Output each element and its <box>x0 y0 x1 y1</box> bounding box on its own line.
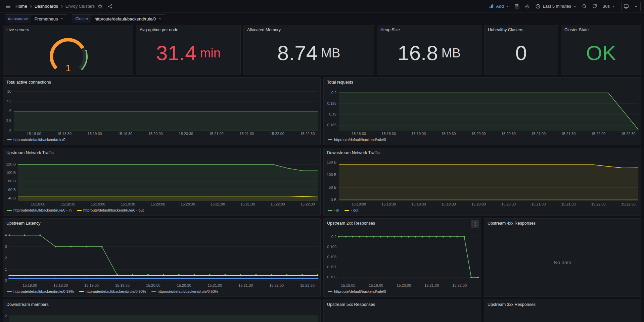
svg-text:40 B: 40 B <box>8 196 16 200</box>
panel-menu-button[interactable] <box>471 220 479 228</box>
upstream-2xx-responses-chart: 0.1960.1970.1980.1990.215:18:0015:19:001… <box>324 228 481 288</box>
time-range-picker[interactable]: Last 5 minutes <box>533 2 579 11</box>
stat-number: 16.8 <box>398 43 438 63</box>
variable-datasource-picker[interactable]: Prometheus <box>31 14 67 23</box>
svg-text:15:20:30: 15:20:30 <box>177 283 191 287</box>
panel-title: Total requests <box>327 80 353 85</box>
svg-text:15:20:00: 15:20:00 <box>471 132 486 136</box>
panel-upstream-2xx-responses: Upstream 2xx Responses 0.1960.1970.1980.… <box>323 218 481 297</box>
panel-header[interactable]: Upstream Network Traffic <box>3 148 320 157</box>
kebab-menu-icon <box>473 222 477 226</box>
svg-text:15:18:00: 15:18:00 <box>27 132 41 136</box>
panel-header[interactable]: Total active connections <box>3 78 320 87</box>
panel-header[interactable]: Unhealthy Clusters <box>485 25 558 35</box>
panel-header[interactable]: Live servers <box>3 25 133 35</box>
panel-downstream-network-traffic: Downstream Network Traffic 0 B50 B100 B1… <box>323 148 641 216</box>
svg-text:15:21:00: 15:21:00 <box>211 202 225 206</box>
legend-item[interactable]: httproute/default/backend/rule/0 - in <box>7 208 72 212</box>
svg-text:15:20:00: 15:20:00 <box>146 283 160 287</box>
svg-text:15:20:30: 15:20:30 <box>179 132 193 136</box>
variable-datasource: datasource Prometheus <box>5 14 67 23</box>
save-dashboard-button[interactable] <box>512 2 522 11</box>
svg-text:15:22:30: 15:22:30 <box>621 132 636 136</box>
panel-header[interactable]: Upstream 5xx Responses <box>324 300 481 309</box>
panel-total-requests: Total requests 0.1850.190.1950.215:18:00… <box>323 77 641 145</box>
panel-title: Upstream 3xx Responses <box>488 302 536 307</box>
svg-text:0: 0 <box>5 278 7 282</box>
panel-title: Total active connections <box>6 80 51 85</box>
panel-title: Live servers <box>6 28 29 32</box>
dashboard-row-4: Upstream Latency 0123415:18:0015:18:3015… <box>3 218 641 297</box>
gear-icon <box>524 4 530 9</box>
panel-header[interactable]: Upstream 2xx Responses <box>324 219 481 228</box>
chevron-down-icon <box>60 17 64 20</box>
collapse-toolbar-button[interactable] <box>631 2 640 11</box>
legend-item[interactable]: httproute/default/backend/rule/0 - out <box>77 208 144 212</box>
panel-title: Cluster State <box>564 28 589 32</box>
add-label: Add <box>496 4 504 9</box>
variable-cluster-picker[interactable]: httproute/default/backend/rule/0 <box>91 14 165 23</box>
svg-text:15:19:00: 15:19:00 <box>84 283 99 287</box>
panel-header[interactable]: Downstream members <box>3 300 320 309</box>
star-dashboard-button[interactable] <box>95 2 105 11</box>
zoom-out-time-button[interactable] <box>580 2 589 11</box>
panel-header[interactable]: Allocated Memory <box>244 25 374 35</box>
breadcrumb-dashboards[interactable]: Dashboards <box>35 4 58 9</box>
dashboard-settings-button[interactable] <box>522 2 532 11</box>
zoom-out-icon <box>582 4 587 9</box>
upstream-latency-chart: 0123415:18:0015:18:3015:19:0015:19:3015:… <box>3 228 320 288</box>
svg-text:15:21:00: 15:21:00 <box>209 132 224 136</box>
legend-item[interactable]: httproute/default/backend/rule/0 <box>328 138 386 142</box>
upstream-2xx-responses-svg: 0.1960.1970.1980.1990.215:18:0015:19:001… <box>324 228 481 288</box>
panel-upstream-latency: Upstream Latency 0123415:18:0015:18:3015… <box>3 218 321 297</box>
panel-header[interactable]: Upstream 3xx Responses <box>484 300 641 309</box>
dashboard-grid: Live servers 1 Avg uptime per node 31.4 … <box>0 25 644 322</box>
svg-text:0.199: 0.199 <box>327 245 336 249</box>
panel-downstream-members: Downstream members 2 <box>3 300 321 322</box>
svg-text:0.185: 0.185 <box>327 123 336 127</box>
tv-mode-button[interactable] <box>622 2 631 11</box>
panel-header[interactable]: Upstream 4xx Responses <box>484 219 641 228</box>
breadcrumb-current[interactable]: Envoy Clusters <box>65 4 95 9</box>
legend-item[interactable]: - out <box>344 208 358 212</box>
refresh-icon <box>592 4 597 9</box>
svg-text:0.198: 0.198 <box>327 255 336 259</box>
svg-text:15:21:00: 15:21:00 <box>208 283 222 287</box>
legend-item[interactable]: httproute/default/backend/rule/0 50% <box>151 289 218 293</box>
panel-header[interactable]: Avg uptime per node <box>136 25 240 35</box>
svg-text:0.197: 0.197 <box>327 265 336 269</box>
legend-item[interactable]: httproute/default/backend/rule/0 <box>328 289 386 293</box>
variable-datasource-label: datasource <box>5 14 31 23</box>
refresh-button[interactable] <box>590 2 599 11</box>
panel-header[interactable]: Downstream Network Traffic <box>324 148 641 157</box>
downstream-members-svg: 2 <box>3 309 320 322</box>
total-active-connections-svg: 02.557.51015:18:0015:18:3015:19:0015:19:… <box>3 87 320 137</box>
monitor-icon <box>624 4 629 9</box>
svg-text:15:18:00: 15:18:00 <box>341 283 355 287</box>
panel-header[interactable]: Cluster State <box>561 25 641 35</box>
svg-text:15:19:30: 15:19:30 <box>442 202 456 206</box>
variable-cluster-label: Cluster <box>72 14 91 23</box>
svg-text:15:19:30: 15:19:30 <box>118 132 132 136</box>
legend-item[interactable]: httproute/default/backend/rule/0 <box>7 138 65 142</box>
svg-text:15:22:00: 15:22:00 <box>270 132 284 136</box>
share-dashboard-button[interactable] <box>105 2 115 11</box>
panel-header[interactable]: Upstream Latency <box>3 219 320 228</box>
panel-upstream-4xx-responses: Upstream 4xx Responses No data <box>484 218 641 297</box>
legend-item[interactable]: - in <box>328 208 339 212</box>
chart-legend: httproute/default/backend/rule/0 - inhtt… <box>3 207 320 215</box>
panel-header[interactable]: Heap Size <box>377 25 481 35</box>
panel-title: Allocated Memory <box>247 28 281 32</box>
no-data-message: No data <box>484 228 641 296</box>
legend-item[interactable]: httproute/default/backend/rule/0 99% <box>7 289 74 293</box>
refresh-interval-picker[interactable]: 30s <box>600 2 618 11</box>
panel-header[interactable]: Total requests <box>324 78 641 87</box>
breadcrumb-home[interactable]: Home <box>15 4 27 9</box>
panel-title: Upstream Latency <box>6 221 40 226</box>
total-requests-chart: 0.1850.190.1950.215:18:0015:18:3015:19:0… <box>324 87 641 137</box>
chart-legend: - in- out <box>324 207 641 215</box>
menu-toggle-button[interactable] <box>3 2 13 11</box>
add-panel-button[interactable]: Add <box>486 2 512 11</box>
chevron-down-icon <box>612 5 615 8</box>
legend-item[interactable]: httproute/default/backend/rule/0 90% <box>79 289 146 293</box>
